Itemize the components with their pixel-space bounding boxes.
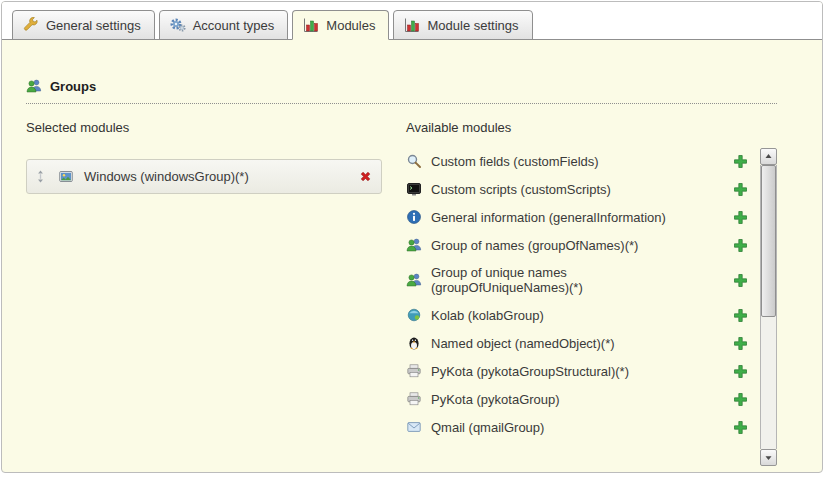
tab-label: Account types [193,18,275,33]
kolab-icon [406,307,422,323]
tab-general-settings[interactable]: General settings [12,10,155,40]
module-label: PyKota (pykotaGroupStructural)(*) [431,364,629,379]
module-label: General information (generalInformation) [431,210,666,225]
gears-icon [170,17,186,33]
penguin-icon [406,335,422,351]
available-modules-heading: Available modules [406,120,760,135]
tab-account-types[interactable]: Account types [159,10,289,40]
module-label: Qmail (qmailGroup) [431,420,544,435]
tab-modules[interactable]: Modules [292,10,389,40]
module-label: Group of unique names (groupOfUniqueName… [431,265,701,295]
selected-modules-column: Selected modules Windows (windowsGroup)(… [26,120,382,472]
available-module-row: Named object (namedObject)(*) [406,329,760,357]
available-module-row: PyKota (pykotaGroup) [406,385,760,413]
module-label: Windows (windowsGroup)(*) [84,169,249,184]
bar-chart-icon [404,17,420,33]
add-module-button[interactable] [733,182,748,197]
module-columns: Selected modules Windows (windowsGroup)(… [26,120,777,472]
arrow-down-icon [763,452,774,463]
add-module-button[interactable] [733,308,748,323]
magnifier-icon [406,153,422,169]
scrollbar[interactable] [760,148,777,466]
printer-icon [406,391,422,407]
add-module-button[interactable] [733,336,748,351]
add-module-button[interactable] [733,210,748,225]
available-modules-column: Available modules Custom fields (customF… [406,120,777,472]
available-module-row: General information (generalInformation) [406,203,760,231]
module-label: Group of names (groupOfNames)(*) [431,238,638,253]
group-icon [406,237,422,253]
available-module-row: Group of names (groupOfNames)(*) [406,231,760,259]
remove-module-button[interactable] [358,169,373,184]
tab-label: Modules [326,18,375,33]
section-title: Groups [50,79,96,94]
terminal-icon [406,181,422,197]
add-module-button[interactable] [733,420,748,435]
add-module-button[interactable] [733,273,748,288]
printer-icon [406,363,422,379]
modules-tab-content: Groups Selected modules Windows (windows… [2,40,822,472]
tab-bar: General settings Account types Modules M… [2,2,822,40]
tab-label: General settings [46,18,141,33]
module-label: Named object (namedObject)(*) [431,336,615,351]
windows-module-icon [58,169,74,185]
group-icon [26,78,42,94]
add-module-button[interactable] [733,154,748,169]
add-module-button[interactable] [733,364,748,379]
available-modules-main: Available modules Custom fields (customF… [406,120,760,472]
lam-configuration-window: General settings Account types Modules M… [1,1,823,473]
module-label: Custom scripts (customScripts) [431,182,611,197]
selected-modules-heading: Selected modules [26,120,382,135]
available-module-row: Qmail (qmailGroup) [406,413,760,441]
scroll-down-button[interactable] [760,449,777,466]
arrow-up-icon [763,151,774,162]
drag-handle-icon[interactable] [33,169,48,184]
scroll-up-button[interactable] [760,148,777,165]
module-label: Custom fields (customFields) [431,154,599,169]
tab-module-settings[interactable]: Module settings [393,10,532,40]
add-module-button[interactable] [733,392,748,407]
wrench-icon [23,17,39,33]
bar-chart-icon [303,17,319,33]
module-label: Kolab (kolabGroup) [431,308,544,323]
mail-icon [406,419,422,435]
available-module-row: Custom fields (customFields) [406,147,760,175]
available-module-row: Group of unique names (groupOfUniqueName… [406,259,760,301]
tab-label: Module settings [427,18,518,33]
available-modules-list: Custom fields (customFields) Custom scri… [406,147,760,441]
available-module-row: PyKota (pykotaGroupStructural)(*) [406,357,760,385]
available-module-row: Custom scripts (customScripts) [406,175,760,203]
scrollbar-track[interactable] [760,165,777,449]
group-icon [406,272,422,288]
available-module-row: Kolab (kolabGroup) [406,301,760,329]
section-heading: Groups [26,78,777,104]
info-icon [406,209,422,225]
scrollbar-thumb[interactable] [761,165,776,317]
add-module-button[interactable] [733,238,748,253]
selected-module-row[interactable]: Windows (windowsGroup)(*) [26,159,382,194]
module-label: PyKota (pykotaGroup) [431,392,560,407]
